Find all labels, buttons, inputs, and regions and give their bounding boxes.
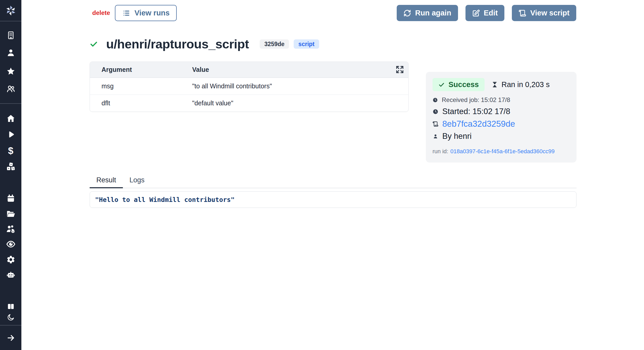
run-id-label: run id: <box>433 148 448 155</box>
sidebar-item-folders[interactable] <box>0 207 21 220</box>
view-runs-label: View runs <box>134 9 170 17</box>
table-row: msg "to all Windmill contributors" <box>90 78 408 95</box>
app: $ <box>0 0 644 350</box>
page-title: u/henri/rapturous_script <box>106 37 249 51</box>
expand-table-button[interactable] <box>395 65 404 74</box>
sidebar-expand-button[interactable] <box>0 331 21 345</box>
run-again-label: Run again <box>415 9 451 17</box>
edit-button[interactable]: Edit <box>465 5 505 21</box>
windmill-logo-icon <box>5 5 16 16</box>
clock-icon <box>433 97 438 103</box>
argument-cell: dflt <box>90 99 192 107</box>
cubes-icon <box>6 162 16 172</box>
argument-cell: msg <box>90 82 192 90</box>
scroll-icon <box>433 121 438 127</box>
status-label: Success <box>448 80 479 89</box>
sidebar-item-user[interactable] <box>0 46 21 59</box>
star-icon <box>6 67 15 76</box>
run-info-panel: Success Ran in 0,203 s Received job: 15:… <box>426 72 577 163</box>
started-row: Started: 15:02 17/8 <box>433 107 570 116</box>
duration-label: Ran in 0,203 s <box>502 80 550 89</box>
status-badge: Success <box>433 78 485 91</box>
result-tabs: Result Logs <box>90 176 577 188</box>
sidebar: $ <box>0 0 21 350</box>
title-row: u/henri/rapturous_script 3259de script <box>90 37 319 51</box>
run-again-button[interactable]: Run again <box>397 5 458 21</box>
windmill-logo[interactable] <box>0 0 21 21</box>
result-box: "Hello to all Windmill contributors" <box>90 191 577 208</box>
gear-icon <box>6 255 15 264</box>
run-id-link[interactable]: 018a0397-6c1e-f45a-6f1e-5edad360cc99 <box>450 148 555 155</box>
sidebar-divider-bottom <box>0 325 21 326</box>
user-icon <box>433 133 438 139</box>
duration-row: Ran in 0,203 s <box>491 80 550 89</box>
folder-open-icon <box>6 209 16 219</box>
value-cell: "to all Windmill contributors" <box>192 82 408 90</box>
run-id-row: run id:018a0397-6c1e-f45a-6f1e-5edad360c… <box>433 148 570 155</box>
hash-badge: 3259de <box>260 39 289 49</box>
started-label: Started: 15:02 17/8 <box>442 107 510 116</box>
sidebar-divider <box>0 103 21 104</box>
sidebar-item-audit-logs[interactable] <box>0 237 21 251</box>
action-buttons: Run again Edit View script <box>397 5 576 21</box>
sidebar-item-home[interactable] <box>0 112 21 125</box>
script-type-badge: script <box>294 39 319 49</box>
book-icon <box>7 302 15 311</box>
view-script-label: View script <box>530 9 570 17</box>
users-gear-icon <box>6 224 16 234</box>
tab-result[interactable]: Result <box>90 176 123 188</box>
received-label: Received job: 15:02 17/8 <box>442 96 510 104</box>
view-script-button[interactable]: View script <box>512 5 576 21</box>
sidebar-item-favorites[interactable] <box>0 65 21 78</box>
script-hash-row: 8eb7fca32d3259de <box>433 119 570 129</box>
clock-icon <box>433 109 438 115</box>
view-runs-button[interactable]: View runs <box>115 5 177 21</box>
script-hash-link[interactable]: 8eb7fca32d3259de <box>442 119 515 129</box>
robot-icon <box>6 270 16 280</box>
status-row: Success Ran in 0,203 s <box>433 78 570 91</box>
triggered-by-label: By henri <box>442 132 472 141</box>
value-cell: "default value" <box>192 99 408 107</box>
scroll-icon <box>519 9 526 17</box>
sidebar-item-dark-mode[interactable] <box>0 311 21 324</box>
sidebar-item-variables[interactable]: $ <box>0 144 21 157</box>
sidebar-item-workers[interactable] <box>0 268 21 282</box>
value-column-header: Value <box>192 66 408 73</box>
user-icon <box>6 48 15 57</box>
arguments-table-header: Argument Value <box>90 62 408 78</box>
sidebar-item-resources[interactable] <box>0 160 21 174</box>
eye-icon <box>6 239 16 249</box>
triggered-by-row: By henri <box>433 132 570 141</box>
arrow-right-icon <box>6 334 15 342</box>
sidebar-item-schedules[interactable] <box>0 192 21 205</box>
received-row: Received job: 15:02 17/8 <box>433 96 570 104</box>
result-text: "Hello to all Windmill contributors" <box>95 196 235 203</box>
edit-label: Edit <box>484 9 498 17</box>
list-icon <box>122 9 130 17</box>
dollar-icon: $ <box>8 146 13 156</box>
arguments-table: Argument Value msg "to all Windmill cont… <box>90 62 409 112</box>
hourglass-icon <box>491 81 498 88</box>
users-icon <box>6 84 15 93</box>
table-row: dflt "default value" <box>90 95 408 112</box>
home-icon <box>6 114 15 123</box>
sidebar-item-workers-groups[interactable] <box>0 223 21 236</box>
argument-column-header: Argument <box>90 66 192 73</box>
refresh-icon <box>403 9 411 17</box>
play-icon <box>6 130 15 139</box>
moon-icon <box>7 313 15 321</box>
success-check-icon <box>90 40 98 48</box>
expand-icon <box>395 65 404 74</box>
sidebar-item-groups[interactable] <box>0 82 21 96</box>
sidebar-item-settings[interactable] <box>0 253 21 266</box>
building-icon <box>6 31 15 40</box>
check-icon <box>438 81 445 88</box>
delete-link[interactable]: delete <box>92 9 110 16</box>
sidebar-item-workspace[interactable] <box>0 29 21 42</box>
edit-pencil-icon <box>472 9 480 17</box>
tab-logs[interactable]: Logs <box>123 176 151 188</box>
calendar-icon <box>6 194 15 203</box>
sidebar-item-runs[interactable] <box>0 128 21 141</box>
